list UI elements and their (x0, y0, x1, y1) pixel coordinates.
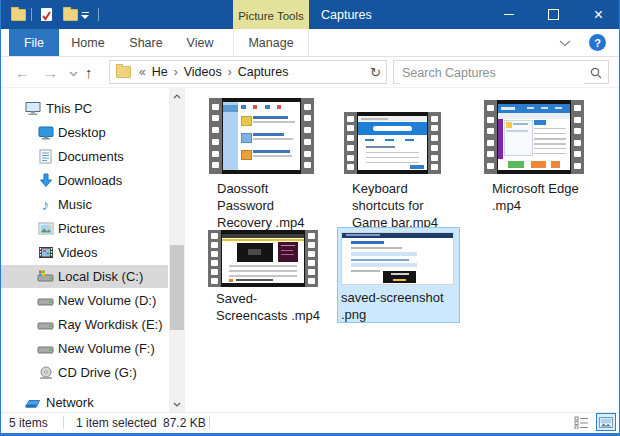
sidebar-item-desktop[interactable]: Desktop (1, 121, 168, 144)
status-separator (63, 416, 64, 429)
video-thumbnail (484, 100, 584, 174)
search-input[interactable] (400, 62, 584, 84)
tab-home[interactable]: Home (59, 29, 117, 56)
tab-share[interactable]: Share (117, 29, 175, 56)
breadcrumb-captures[interactable]: Captures (236, 65, 291, 79)
sidebar-item-this-pc[interactable]: This PC (1, 97, 168, 120)
breadcrumb-he[interactable]: He (150, 65, 170, 79)
ribbon-expand-chevron-icon[interactable] (559, 40, 571, 47)
selection-size: 87.2 KB (163, 416, 206, 430)
this-pc-icon (24, 100, 41, 117)
selection-count: 1 item selected (76, 416, 157, 430)
downloads-icon (37, 172, 54, 189)
file-name: Keyboardshortcuts forGame bar.mp4 (352, 180, 438, 231)
cd-drive-icon (37, 364, 54, 381)
scrollbar-thumb[interactable] (170, 245, 184, 330)
pictures-icon (37, 220, 54, 237)
video-thumbnail (209, 98, 314, 174)
scroll-up-button[interactable] (169, 88, 185, 104)
details-view-icon (574, 416, 589, 429)
back-button[interactable]: ← (15, 57, 30, 88)
video-thumbnail (208, 230, 318, 287)
file-name: DaossoftPasswordRecovery .mp4 (217, 180, 304, 231)
drive-icon (37, 292, 54, 309)
tab-file[interactable]: File (9, 29, 59, 56)
qat-customize-chevron-icon[interactable] (81, 12, 89, 19)
chevron-up-icon (173, 94, 181, 99)
help-button[interactable]: ? (589, 34, 606, 51)
sidebar-item-new-volume-f[interactable]: New Volume (F:) (1, 337, 168, 360)
breadcrumb-separator-icon: › (170, 65, 182, 79)
drive-icon (37, 316, 54, 333)
check-icon (41, 9, 52, 22)
large-icons-view-button[interactable] (596, 413, 616, 431)
file-name: Microsoft Edge.mp4 (492, 180, 579, 214)
qat-folder-icon[interactable] (11, 9, 26, 21)
window-title: Captures (321, 0, 372, 29)
chevron-down-icon (173, 402, 181, 407)
video-thumbnail (344, 112, 441, 174)
close-icon: × (594, 7, 603, 23)
file-explorer-window: Picture Tools Captures × File Home Share… (0, 0, 620, 436)
sidebar-item-music[interactable]: ♪ Music (1, 193, 168, 216)
music-icon: ♪ (37, 196, 54, 213)
title-bar: Picture Tools Captures × (1, 0, 620, 29)
sidebar-item-network[interactable]: Network (1, 391, 168, 414)
search-icon[interactable] (590, 67, 602, 79)
sidebar-item-downloads[interactable]: Downloads (1, 169, 168, 192)
maximize-button[interactable] (531, 0, 576, 29)
minimize-icon (504, 14, 514, 15)
close-button[interactable]: × (576, 0, 620, 29)
picture-tools-contextual-tab[interactable]: Picture Tools (233, 0, 309, 31)
network-icon (24, 394, 41, 411)
local-disk-icon (37, 268, 54, 285)
scroll-down-button[interactable] (169, 396, 185, 412)
address-bar[interactable]: « He › Videos › Captures (109, 60, 387, 84)
address-row: ← → ↑ « He › Videos › Captures ↻ (1, 57, 620, 88)
forward-button[interactable]: → (43, 57, 58, 88)
status-separator (209, 416, 210, 429)
refresh-button[interactable]: ↻ (365, 60, 387, 84)
sidebar-item-videos[interactable]: Videos (1, 241, 168, 264)
breadcrumb-separator-icon: › (224, 65, 236, 79)
up-button[interactable]: ↑ (85, 57, 93, 88)
item-count: 5 items (9, 416, 48, 430)
drive-icon (37, 340, 54, 357)
search-box (393, 60, 609, 84)
breadcrumb-videos[interactable]: Videos (182, 65, 224, 79)
qat-properties-icon[interactable] (41, 8, 52, 21)
address-folder-icon (116, 66, 131, 78)
recent-locations-chevron-icon[interactable] (69, 71, 78, 77)
desktop-icon (37, 124, 54, 141)
file-name: saved-screenshot.png (341, 289, 444, 323)
qat-new-folder-icon[interactable] (63, 9, 78, 21)
videos-icon (37, 244, 54, 261)
file-name: Saved-Screencasts .mp4 (216, 290, 320, 324)
image-thumbnail (341, 232, 454, 285)
sidebar-item-documents[interactable]: Documents (1, 145, 168, 168)
sidebar-item-cd-drive-g[interactable]: CD Drive (G:) (1, 361, 168, 384)
large-icons-view-icon (599, 417, 613, 428)
qat-separator (31, 8, 32, 21)
details-view-button[interactable] (574, 415, 589, 433)
sidebar-item-new-volume-d[interactable]: New Volume (D:) (1, 289, 168, 312)
minimize-button[interactable] (486, 0, 531, 29)
documents-icon (37, 148, 54, 165)
ribbon-tab-row: File Home Share View Manage (1, 29, 620, 57)
sidebar-item-pictures[interactable]: Pictures (1, 217, 168, 240)
sidebar-item-ray-workdisk-e[interactable]: Ray Workdisk (E:) (1, 313, 168, 336)
breadcrumb-overflow-icon[interactable]: « (135, 65, 150, 79)
tab-view[interactable]: View (175, 29, 225, 56)
maximize-icon (548, 9, 559, 20)
status-bar: 5 items 1 item selected 87.2 KB (1, 412, 620, 433)
tab-manage[interactable]: Manage (233, 29, 309, 56)
sidebar-item-local-disk-c[interactable]: Local Disk (C:) (1, 265, 168, 288)
qat-separator (98, 8, 99, 21)
